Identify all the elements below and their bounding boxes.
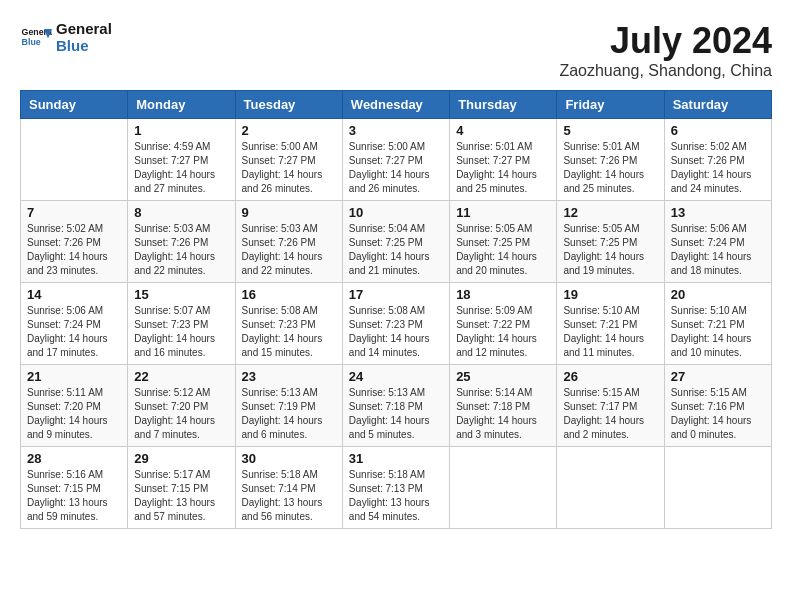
day-info: Sunrise: 5:01 AMSunset: 7:27 PMDaylight:… bbox=[456, 140, 550, 196]
day-info: Sunrise: 5:06 AMSunset: 7:24 PMDaylight:… bbox=[27, 304, 121, 360]
calendar-cell: 28Sunrise: 5:16 AMSunset: 7:15 PMDayligh… bbox=[21, 447, 128, 529]
day-info: Sunrise: 5:02 AMSunset: 7:26 PMDaylight:… bbox=[27, 222, 121, 278]
day-info: Sunrise: 5:09 AMSunset: 7:22 PMDaylight:… bbox=[456, 304, 550, 360]
week-row-2: 14Sunrise: 5:06 AMSunset: 7:24 PMDayligh… bbox=[21, 283, 772, 365]
day-info: Sunrise: 5:08 AMSunset: 7:23 PMDaylight:… bbox=[242, 304, 336, 360]
day-info: Sunrise: 5:04 AMSunset: 7:25 PMDaylight:… bbox=[349, 222, 443, 278]
calendar-cell: 17Sunrise: 5:08 AMSunset: 7:23 PMDayligh… bbox=[342, 283, 449, 365]
day-number: 26 bbox=[563, 369, 657, 384]
day-info: Sunrise: 5:10 AMSunset: 7:21 PMDaylight:… bbox=[563, 304, 657, 360]
day-number: 14 bbox=[27, 287, 121, 302]
day-number: 13 bbox=[671, 205, 765, 220]
calendar-cell: 21Sunrise: 5:11 AMSunset: 7:20 PMDayligh… bbox=[21, 365, 128, 447]
calendar-cell bbox=[664, 447, 771, 529]
day-number: 16 bbox=[242, 287, 336, 302]
calendar-cell bbox=[557, 447, 664, 529]
calendar-cell: 13Sunrise: 5:06 AMSunset: 7:24 PMDayligh… bbox=[664, 201, 771, 283]
day-info: Sunrise: 5:18 AMSunset: 7:14 PMDaylight:… bbox=[242, 468, 336, 524]
day-info: Sunrise: 5:12 AMSunset: 7:20 PMDaylight:… bbox=[134, 386, 228, 442]
day-number: 8 bbox=[134, 205, 228, 220]
calendar-cell bbox=[450, 447, 557, 529]
day-info: Sunrise: 5:05 AMSunset: 7:25 PMDaylight:… bbox=[456, 222, 550, 278]
day-number: 5 bbox=[563, 123, 657, 138]
day-number: 25 bbox=[456, 369, 550, 384]
calendar-cell: 27Sunrise: 5:15 AMSunset: 7:16 PMDayligh… bbox=[664, 365, 771, 447]
day-number: 4 bbox=[456, 123, 550, 138]
day-number: 21 bbox=[27, 369, 121, 384]
calendar-header-row: SundayMondayTuesdayWednesdayThursdayFrid… bbox=[21, 91, 772, 119]
day-info: Sunrise: 5:14 AMSunset: 7:18 PMDaylight:… bbox=[456, 386, 550, 442]
day-info: Sunrise: 5:10 AMSunset: 7:21 PMDaylight:… bbox=[671, 304, 765, 360]
calendar-cell: 15Sunrise: 5:07 AMSunset: 7:23 PMDayligh… bbox=[128, 283, 235, 365]
day-info: Sunrise: 4:59 AMSunset: 7:27 PMDaylight:… bbox=[134, 140, 228, 196]
day-info: Sunrise: 5:11 AMSunset: 7:20 PMDaylight:… bbox=[27, 386, 121, 442]
header-thursday: Thursday bbox=[450, 91, 557, 119]
day-number: 1 bbox=[134, 123, 228, 138]
calendar-cell: 7Sunrise: 5:02 AMSunset: 7:26 PMDaylight… bbox=[21, 201, 128, 283]
day-info: Sunrise: 5:01 AMSunset: 7:26 PMDaylight:… bbox=[563, 140, 657, 196]
calendar-cell: 3Sunrise: 5:00 AMSunset: 7:27 PMDaylight… bbox=[342, 119, 449, 201]
calendar-cell: 2Sunrise: 5:00 AMSunset: 7:27 PMDaylight… bbox=[235, 119, 342, 201]
day-number: 10 bbox=[349, 205, 443, 220]
calendar-cell: 6Sunrise: 5:02 AMSunset: 7:26 PMDaylight… bbox=[664, 119, 771, 201]
calendar-cell: 4Sunrise: 5:01 AMSunset: 7:27 PMDaylight… bbox=[450, 119, 557, 201]
day-info: Sunrise: 5:07 AMSunset: 7:23 PMDaylight:… bbox=[134, 304, 228, 360]
title-area: July 2024 Zaozhuang, Shandong, China bbox=[559, 20, 772, 80]
calendar-cell: 8Sunrise: 5:03 AMSunset: 7:26 PMDaylight… bbox=[128, 201, 235, 283]
day-number: 9 bbox=[242, 205, 336, 220]
calendar-cell: 14Sunrise: 5:06 AMSunset: 7:24 PMDayligh… bbox=[21, 283, 128, 365]
day-number: 29 bbox=[134, 451, 228, 466]
week-row-0: 1Sunrise: 4:59 AMSunset: 7:27 PMDaylight… bbox=[21, 119, 772, 201]
day-number: 22 bbox=[134, 369, 228, 384]
week-row-1: 7Sunrise: 5:02 AMSunset: 7:26 PMDaylight… bbox=[21, 201, 772, 283]
header-sunday: Sunday bbox=[21, 91, 128, 119]
day-number: 23 bbox=[242, 369, 336, 384]
calendar-cell: 22Sunrise: 5:12 AMSunset: 7:20 PMDayligh… bbox=[128, 365, 235, 447]
day-number: 24 bbox=[349, 369, 443, 384]
day-info: Sunrise: 5:08 AMSunset: 7:23 PMDaylight:… bbox=[349, 304, 443, 360]
calendar-cell: 31Sunrise: 5:18 AMSunset: 7:13 PMDayligh… bbox=[342, 447, 449, 529]
day-info: Sunrise: 5:16 AMSunset: 7:15 PMDaylight:… bbox=[27, 468, 121, 524]
day-number: 30 bbox=[242, 451, 336, 466]
logo-icon: General Blue bbox=[20, 21, 52, 53]
calendar-table: SundayMondayTuesdayWednesdayThursdayFrid… bbox=[20, 90, 772, 529]
day-number: 2 bbox=[242, 123, 336, 138]
day-number: 18 bbox=[456, 287, 550, 302]
week-row-3: 21Sunrise: 5:11 AMSunset: 7:20 PMDayligh… bbox=[21, 365, 772, 447]
logo: General Blue General Blue bbox=[20, 20, 112, 54]
calendar-cell: 19Sunrise: 5:10 AMSunset: 7:21 PMDayligh… bbox=[557, 283, 664, 365]
calendar-cell: 9Sunrise: 5:03 AMSunset: 7:26 PMDaylight… bbox=[235, 201, 342, 283]
day-info: Sunrise: 5:03 AMSunset: 7:26 PMDaylight:… bbox=[242, 222, 336, 278]
day-info: Sunrise: 5:18 AMSunset: 7:13 PMDaylight:… bbox=[349, 468, 443, 524]
day-info: Sunrise: 5:00 AMSunset: 7:27 PMDaylight:… bbox=[242, 140, 336, 196]
calendar-cell: 5Sunrise: 5:01 AMSunset: 7:26 PMDaylight… bbox=[557, 119, 664, 201]
calendar-cell: 10Sunrise: 5:04 AMSunset: 7:25 PMDayligh… bbox=[342, 201, 449, 283]
calendar-cell: 26Sunrise: 5:15 AMSunset: 7:17 PMDayligh… bbox=[557, 365, 664, 447]
calendar-cell: 24Sunrise: 5:13 AMSunset: 7:18 PMDayligh… bbox=[342, 365, 449, 447]
page-header: General Blue General Blue July 2024 Zaoz… bbox=[20, 20, 772, 80]
logo-line2: Blue bbox=[56, 37, 112, 54]
header-saturday: Saturday bbox=[664, 91, 771, 119]
day-number: 7 bbox=[27, 205, 121, 220]
week-row-4: 28Sunrise: 5:16 AMSunset: 7:15 PMDayligh… bbox=[21, 447, 772, 529]
day-info: Sunrise: 5:15 AMSunset: 7:17 PMDaylight:… bbox=[563, 386, 657, 442]
calendar-cell: 30Sunrise: 5:18 AMSunset: 7:14 PMDayligh… bbox=[235, 447, 342, 529]
day-number: 6 bbox=[671, 123, 765, 138]
day-number: 31 bbox=[349, 451, 443, 466]
day-info: Sunrise: 5:13 AMSunset: 7:18 PMDaylight:… bbox=[349, 386, 443, 442]
month-title: July 2024 bbox=[559, 20, 772, 62]
day-info: Sunrise: 5:02 AMSunset: 7:26 PMDaylight:… bbox=[671, 140, 765, 196]
calendar-cell: 16Sunrise: 5:08 AMSunset: 7:23 PMDayligh… bbox=[235, 283, 342, 365]
svg-text:Blue: Blue bbox=[22, 37, 41, 47]
header-tuesday: Tuesday bbox=[235, 91, 342, 119]
header-friday: Friday bbox=[557, 91, 664, 119]
day-number: 27 bbox=[671, 369, 765, 384]
day-info: Sunrise: 5:17 AMSunset: 7:15 PMDaylight:… bbox=[134, 468, 228, 524]
location-title: Zaozhuang, Shandong, China bbox=[559, 62, 772, 80]
day-number: 19 bbox=[563, 287, 657, 302]
day-info: Sunrise: 5:05 AMSunset: 7:25 PMDaylight:… bbox=[563, 222, 657, 278]
calendar-cell: 12Sunrise: 5:05 AMSunset: 7:25 PMDayligh… bbox=[557, 201, 664, 283]
day-number: 15 bbox=[134, 287, 228, 302]
calendar-cell: 11Sunrise: 5:05 AMSunset: 7:25 PMDayligh… bbox=[450, 201, 557, 283]
day-info: Sunrise: 5:06 AMSunset: 7:24 PMDaylight:… bbox=[671, 222, 765, 278]
